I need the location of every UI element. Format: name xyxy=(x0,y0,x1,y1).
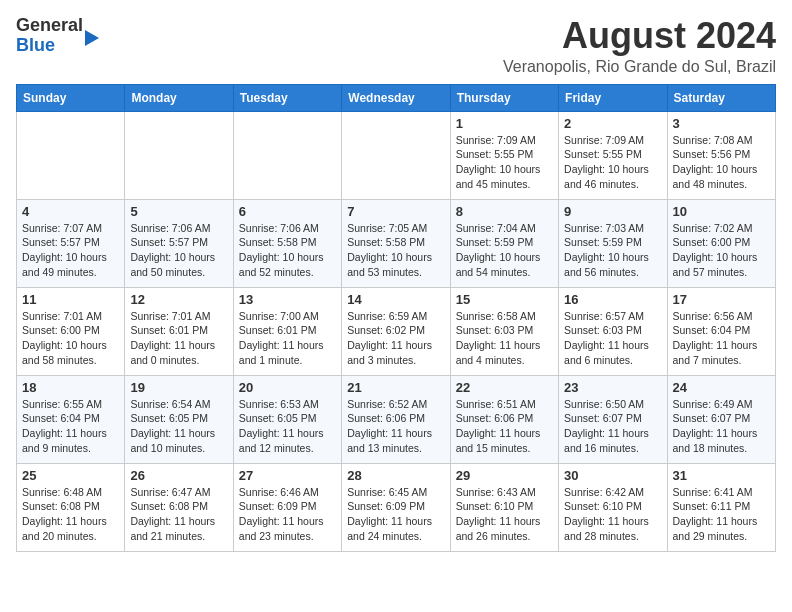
day-number: 6 xyxy=(239,204,336,219)
day-info: Sunrise: 6:49 AM Sunset: 6:07 PM Dayligh… xyxy=(673,397,770,456)
day-info: Sunrise: 6:57 AM Sunset: 6:03 PM Dayligh… xyxy=(564,309,661,368)
col-header-saturday: Saturday xyxy=(667,84,775,111)
day-number: 25 xyxy=(22,468,119,483)
day-number: 17 xyxy=(673,292,770,307)
calendar-cell: 24Sunrise: 6:49 AM Sunset: 6:07 PM Dayli… xyxy=(667,375,775,463)
day-number: 3 xyxy=(673,116,770,131)
calendar-week-row: 25Sunrise: 6:48 AM Sunset: 6:08 PM Dayli… xyxy=(17,463,776,551)
day-number: 28 xyxy=(347,468,444,483)
day-number: 16 xyxy=(564,292,661,307)
day-number: 24 xyxy=(673,380,770,395)
day-number: 26 xyxy=(130,468,227,483)
day-info: Sunrise: 6:50 AM Sunset: 6:07 PM Dayligh… xyxy=(564,397,661,456)
col-header-tuesday: Tuesday xyxy=(233,84,341,111)
calendar-cell: 1Sunrise: 7:09 AM Sunset: 5:55 PM Daylig… xyxy=(450,111,558,199)
day-info: Sunrise: 7:01 AM Sunset: 6:00 PM Dayligh… xyxy=(22,309,119,368)
day-number: 15 xyxy=(456,292,553,307)
calendar-cell: 9Sunrise: 7:03 AM Sunset: 5:59 PM Daylig… xyxy=(559,199,667,287)
day-number: 23 xyxy=(564,380,661,395)
day-number: 29 xyxy=(456,468,553,483)
calendar-table: SundayMondayTuesdayWednesdayThursdayFrid… xyxy=(16,84,776,552)
calendar-cell: 8Sunrise: 7:04 AM Sunset: 5:59 PM Daylig… xyxy=(450,199,558,287)
calendar-cell: 26Sunrise: 6:47 AM Sunset: 6:08 PM Dayli… xyxy=(125,463,233,551)
day-number: 30 xyxy=(564,468,661,483)
day-info: Sunrise: 7:02 AM Sunset: 6:00 PM Dayligh… xyxy=(673,221,770,280)
day-number: 22 xyxy=(456,380,553,395)
title-area: August 2024 Veranopolis, Rio Grande do S… xyxy=(503,16,776,76)
calendar-cell: 20Sunrise: 6:53 AM Sunset: 6:05 PM Dayli… xyxy=(233,375,341,463)
day-info: Sunrise: 7:06 AM Sunset: 5:58 PM Dayligh… xyxy=(239,221,336,280)
calendar-header-row: SundayMondayTuesdayWednesdayThursdayFrid… xyxy=(17,84,776,111)
logo-blue: Blue xyxy=(16,36,83,56)
day-number: 4 xyxy=(22,204,119,219)
logo-triangle-icon xyxy=(85,30,99,46)
calendar-cell: 12Sunrise: 7:01 AM Sunset: 6:01 PM Dayli… xyxy=(125,287,233,375)
month-title: August 2024 xyxy=(503,16,776,56)
calendar-cell: 10Sunrise: 7:02 AM Sunset: 6:00 PM Dayli… xyxy=(667,199,775,287)
calendar-cell: 27Sunrise: 6:46 AM Sunset: 6:09 PM Dayli… xyxy=(233,463,341,551)
day-info: Sunrise: 6:58 AM Sunset: 6:03 PM Dayligh… xyxy=(456,309,553,368)
calendar-cell: 16Sunrise: 6:57 AM Sunset: 6:03 PM Dayli… xyxy=(559,287,667,375)
calendar-cell: 6Sunrise: 7:06 AM Sunset: 5:58 PM Daylig… xyxy=(233,199,341,287)
day-info: Sunrise: 7:06 AM Sunset: 5:57 PM Dayligh… xyxy=(130,221,227,280)
location-title: Veranopolis, Rio Grande do Sul, Brazil xyxy=(503,58,776,76)
day-info: Sunrise: 6:54 AM Sunset: 6:05 PM Dayligh… xyxy=(130,397,227,456)
day-info: Sunrise: 6:59 AM Sunset: 6:02 PM Dayligh… xyxy=(347,309,444,368)
day-number: 7 xyxy=(347,204,444,219)
col-header-friday: Friday xyxy=(559,84,667,111)
day-number: 10 xyxy=(673,204,770,219)
calendar-cell: 28Sunrise: 6:45 AM Sunset: 6:09 PM Dayli… xyxy=(342,463,450,551)
logo-text: General Blue xyxy=(16,16,83,56)
day-info: Sunrise: 6:43 AM Sunset: 6:10 PM Dayligh… xyxy=(456,485,553,544)
day-info: Sunrise: 7:09 AM Sunset: 5:55 PM Dayligh… xyxy=(456,133,553,192)
calendar-cell: 7Sunrise: 7:05 AM Sunset: 5:58 PM Daylig… xyxy=(342,199,450,287)
day-info: Sunrise: 7:09 AM Sunset: 5:55 PM Dayligh… xyxy=(564,133,661,192)
calendar-cell: 31Sunrise: 6:41 AM Sunset: 6:11 PM Dayli… xyxy=(667,463,775,551)
day-number: 19 xyxy=(130,380,227,395)
calendar-cell xyxy=(17,111,125,199)
calendar-cell: 29Sunrise: 6:43 AM Sunset: 6:10 PM Dayli… xyxy=(450,463,558,551)
logo: General Blue xyxy=(16,16,99,56)
day-number: 14 xyxy=(347,292,444,307)
calendar-cell: 11Sunrise: 7:01 AM Sunset: 6:00 PM Dayli… xyxy=(17,287,125,375)
calendar-cell: 3Sunrise: 7:08 AM Sunset: 5:56 PM Daylig… xyxy=(667,111,775,199)
day-info: Sunrise: 6:42 AM Sunset: 6:10 PM Dayligh… xyxy=(564,485,661,544)
calendar-cell xyxy=(125,111,233,199)
day-info: Sunrise: 6:51 AM Sunset: 6:06 PM Dayligh… xyxy=(456,397,553,456)
day-info: Sunrise: 7:04 AM Sunset: 5:59 PM Dayligh… xyxy=(456,221,553,280)
day-number: 27 xyxy=(239,468,336,483)
day-info: Sunrise: 7:00 AM Sunset: 6:01 PM Dayligh… xyxy=(239,309,336,368)
day-info: Sunrise: 6:53 AM Sunset: 6:05 PM Dayligh… xyxy=(239,397,336,456)
calendar-week-row: 4Sunrise: 7:07 AM Sunset: 5:57 PM Daylig… xyxy=(17,199,776,287)
day-info: Sunrise: 6:46 AM Sunset: 6:09 PM Dayligh… xyxy=(239,485,336,544)
day-info: Sunrise: 6:56 AM Sunset: 6:04 PM Dayligh… xyxy=(673,309,770,368)
day-number: 11 xyxy=(22,292,119,307)
day-info: Sunrise: 6:55 AM Sunset: 6:04 PM Dayligh… xyxy=(22,397,119,456)
calendar-cell: 21Sunrise: 6:52 AM Sunset: 6:06 PM Dayli… xyxy=(342,375,450,463)
col-header-monday: Monday xyxy=(125,84,233,111)
day-info: Sunrise: 7:01 AM Sunset: 6:01 PM Dayligh… xyxy=(130,309,227,368)
calendar-cell: 25Sunrise: 6:48 AM Sunset: 6:08 PM Dayli… xyxy=(17,463,125,551)
calendar-cell: 17Sunrise: 6:56 AM Sunset: 6:04 PM Dayli… xyxy=(667,287,775,375)
col-header-thursday: Thursday xyxy=(450,84,558,111)
calendar-cell: 23Sunrise: 6:50 AM Sunset: 6:07 PM Dayli… xyxy=(559,375,667,463)
calendar-cell xyxy=(342,111,450,199)
calendar-week-row: 18Sunrise: 6:55 AM Sunset: 6:04 PM Dayli… xyxy=(17,375,776,463)
day-info: Sunrise: 6:45 AM Sunset: 6:09 PM Dayligh… xyxy=(347,485,444,544)
calendar-cell: 14Sunrise: 6:59 AM Sunset: 6:02 PM Dayli… xyxy=(342,287,450,375)
calendar-cell: 30Sunrise: 6:42 AM Sunset: 6:10 PM Dayli… xyxy=(559,463,667,551)
day-number: 1 xyxy=(456,116,553,131)
calendar-cell: 18Sunrise: 6:55 AM Sunset: 6:04 PM Dayli… xyxy=(17,375,125,463)
day-number: 20 xyxy=(239,380,336,395)
day-number: 13 xyxy=(239,292,336,307)
calendar-cell: 22Sunrise: 6:51 AM Sunset: 6:06 PM Dayli… xyxy=(450,375,558,463)
day-number: 31 xyxy=(673,468,770,483)
calendar-cell: 5Sunrise: 7:06 AM Sunset: 5:57 PM Daylig… xyxy=(125,199,233,287)
day-number: 5 xyxy=(130,204,227,219)
calendar-cell: 2Sunrise: 7:09 AM Sunset: 5:55 PM Daylig… xyxy=(559,111,667,199)
calendar-cell: 19Sunrise: 6:54 AM Sunset: 6:05 PM Dayli… xyxy=(125,375,233,463)
day-number: 18 xyxy=(22,380,119,395)
calendar-week-row: 1Sunrise: 7:09 AM Sunset: 5:55 PM Daylig… xyxy=(17,111,776,199)
calendar-cell: 15Sunrise: 6:58 AM Sunset: 6:03 PM Dayli… xyxy=(450,287,558,375)
day-number: 9 xyxy=(564,204,661,219)
